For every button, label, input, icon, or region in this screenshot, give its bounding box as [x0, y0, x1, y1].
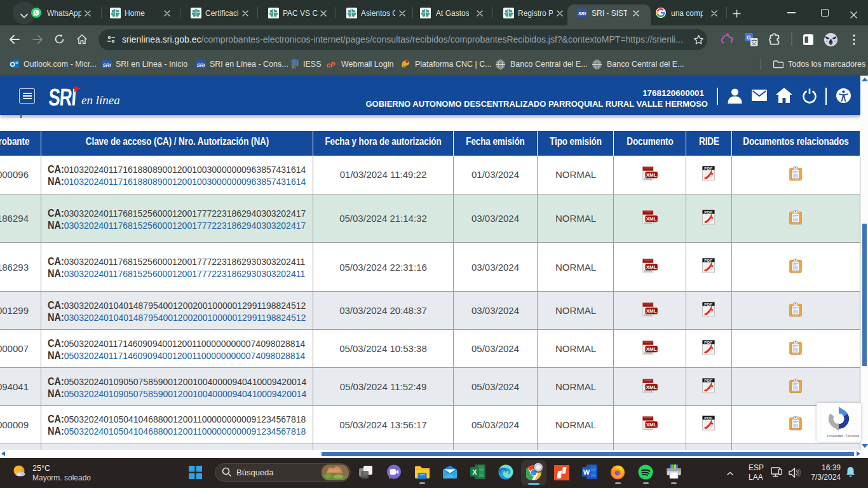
svg-text:PDF: PDF: [704, 416, 713, 420]
svg-text:PDF: PDF: [704, 340, 713, 344]
svg-text:XML: XML: [646, 308, 657, 314]
svg-text:PDF: PDF: [704, 302, 713, 306]
svg-text:SRi: SRi: [103, 62, 111, 68]
svg-text:X: X: [472, 468, 477, 476]
svg-text:G: G: [747, 34, 751, 41]
svg-text:SRi: SRi: [578, 11, 587, 17]
svg-text:XML: XML: [646, 216, 657, 222]
svg-text:PDF: PDF: [704, 259, 713, 262]
svg-text:XML: XML: [646, 346, 657, 352]
svg-text:XML: XML: [646, 264, 657, 270]
svg-text:XML: XML: [646, 172, 657, 178]
svg-text:PDF: PDF: [704, 210, 713, 214]
svg-text:cP: cP: [327, 61, 336, 69]
svg-text:XML: XML: [646, 384, 657, 390]
svg-text:PDF: PDF: [704, 378, 713, 382]
svg-text:PDF: PDF: [704, 166, 713, 170]
svg-text:XML: XML: [646, 422, 657, 428]
svg-text:W: W: [583, 468, 590, 476]
svg-text:SRi: SRi: [197, 62, 205, 68]
